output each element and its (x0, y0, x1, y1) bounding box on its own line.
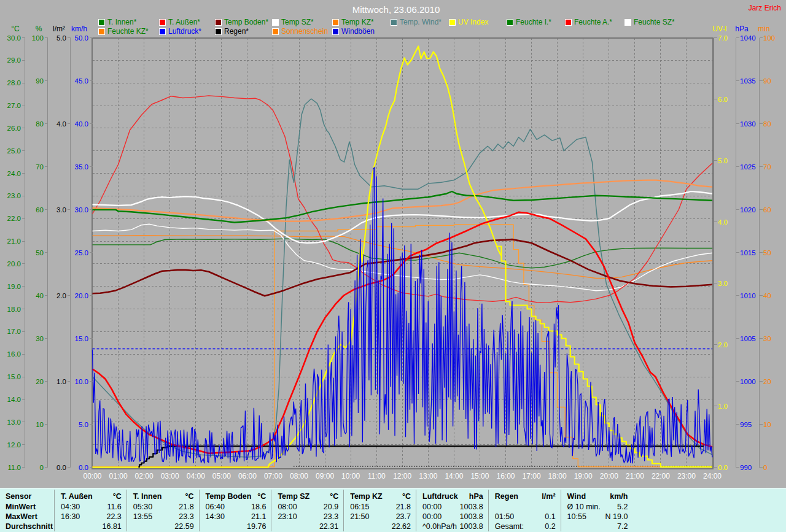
svg-text:0: 0 (40, 464, 44, 471)
svg-text:50: 50 (763, 249, 771, 256)
svg-text:3.0: 3.0 (56, 206, 66, 214)
svg-text:7.0: 7.0 (718, 34, 728, 42)
svg-text:20:00: 20:00 (600, 472, 618, 480)
svg-text:15.0: 15.0 (75, 335, 88, 342)
svg-text:16.0: 16.0 (7, 350, 21, 358)
svg-text:T. Außen*: T. Außen* (168, 18, 200, 26)
svg-text:Temp KZ*: Temp KZ* (341, 18, 374, 26)
svg-text:995: 995 (740, 421, 752, 428)
svg-text:16:00: 16:00 (496, 472, 515, 480)
svg-text:01:00: 01:00 (109, 472, 128, 480)
svg-text:09:00: 09:00 (316, 472, 334, 480)
svg-text:14.0: 14.0 (7, 396, 21, 403)
svg-text:1005: 1005 (740, 335, 756, 342)
svg-text:40: 40 (763, 292, 771, 299)
svg-text:10: 10 (763, 421, 771, 428)
svg-text:17:00: 17:00 (523, 472, 541, 480)
svg-text:Jarz Erich: Jarz Erich (749, 4, 781, 12)
svg-text:15:00: 15:00 (470, 472, 489, 480)
svg-text:5.0: 5.0 (718, 157, 728, 164)
svg-text:0.0: 0.0 (79, 464, 88, 471)
svg-text:1.0: 1.0 (718, 403, 728, 410)
svg-text:15.0: 15.0 (7, 373, 21, 380)
svg-text:22:00: 22:00 (652, 472, 670, 480)
svg-text:1015: 1015 (740, 249, 756, 256)
svg-text:Feuchte KZ*: Feuchte KZ* (107, 27, 149, 36)
svg-text:19:00: 19:00 (574, 472, 593, 480)
svg-text:Feuchte A.*: Feuchte A.* (574, 18, 612, 26)
svg-text:6.0: 6.0 (718, 96, 728, 103)
svg-text:10.0: 10.0 (75, 378, 88, 385)
svg-text:0.0: 0.0 (718, 464, 728, 471)
svg-text:T. Innen*: T. Innen* (107, 18, 137, 26)
svg-text:UV Index: UV Index (458, 18, 488, 26)
svg-text:Windböen: Windböen (341, 27, 375, 36)
svg-text:10: 10 (36, 421, 44, 428)
svg-text:100: 100 (763, 34, 775, 42)
svg-text:18:00: 18:00 (548, 472, 567, 480)
svg-text:20.0: 20.0 (7, 260, 21, 268)
svg-text:35.0: 35.0 (75, 163, 88, 171)
svg-text:°C: °C (11, 25, 20, 33)
svg-text:25.0: 25.0 (75, 249, 88, 256)
svg-text:21.0: 21.0 (7, 237, 21, 245)
svg-text:60: 60 (36, 206, 44, 214)
svg-text:23:00: 23:00 (677, 472, 696, 480)
svg-text:45.0: 45.0 (75, 77, 88, 85)
svg-text:80: 80 (36, 120, 44, 128)
svg-text:11.0: 11.0 (7, 464, 21, 471)
svg-text:40: 40 (36, 292, 44, 299)
svg-text:hPa: hPa (735, 25, 749, 33)
svg-text:19.0: 19.0 (7, 283, 21, 290)
svg-text:11:00: 11:00 (368, 472, 386, 480)
svg-text:12.0: 12.0 (7, 441, 21, 449)
svg-text:27.0: 27.0 (7, 102, 21, 109)
svg-text:%: % (36, 25, 42, 33)
svg-text:1020: 1020 (740, 206, 756, 214)
svg-text:28.0: 28.0 (7, 79, 21, 87)
svg-text:30.0: 30.0 (7, 34, 21, 42)
svg-text:1030: 1030 (740, 120, 756, 128)
svg-text:0.0: 0.0 (56, 464, 66, 471)
svg-text:4.0: 4.0 (718, 218, 728, 226)
svg-text:12:00: 12:00 (393, 472, 411, 480)
svg-text:l/m²: l/m² (53, 25, 65, 33)
svg-text:08:00: 08:00 (290, 472, 308, 480)
svg-text:5.0: 5.0 (56, 34, 66, 42)
svg-text:1.0: 1.0 (56, 378, 66, 385)
svg-text:10:00: 10:00 (341, 472, 360, 480)
svg-text:80: 80 (763, 120, 771, 128)
svg-text:Regen*: Regen* (224, 27, 249, 36)
svg-text:40.0: 40.0 (75, 120, 88, 128)
svg-text:1000: 1000 (740, 378, 756, 385)
svg-text:20.0: 20.0 (75, 292, 88, 299)
svg-text:5.0: 5.0 (79, 421, 88, 428)
svg-text:17.0: 17.0 (7, 328, 21, 335)
svg-text:29.0: 29.0 (7, 56, 21, 64)
svg-text:Mittwoch, 23.06.2010: Mittwoch, 23.06.2010 (352, 4, 440, 15)
svg-text:3.0: 3.0 (718, 280, 728, 287)
svg-text:13.0: 13.0 (7, 418, 21, 426)
svg-text:30: 30 (763, 335, 771, 342)
svg-text:990: 990 (740, 464, 752, 471)
svg-text:30: 30 (36, 335, 44, 342)
svg-text:05:00: 05:00 (212, 472, 231, 480)
svg-text:Feuchte I.*: Feuchte I.* (516, 18, 551, 26)
svg-text:13:00: 13:00 (419, 472, 437, 480)
svg-text:0: 0 (763, 464, 767, 471)
svg-text:30.0: 30.0 (75, 206, 88, 214)
svg-text:21:00: 21:00 (626, 472, 644, 480)
svg-text:70: 70 (36, 163, 44, 171)
svg-text:1010: 1010 (740, 292, 756, 299)
svg-text:Temp SZ*: Temp SZ* (281, 18, 314, 26)
svg-text:Temp. Wind*: Temp. Wind* (400, 18, 442, 26)
svg-text:04:00: 04:00 (187, 472, 205, 480)
svg-text:UV-I: UV-I (712, 25, 726, 33)
svg-text:50.0: 50.0 (75, 34, 88, 42)
svg-text:1025: 1025 (740, 163, 756, 171)
svg-text:70: 70 (763, 163, 771, 171)
svg-text:06:00: 06:00 (238, 472, 257, 480)
svg-text:03:00: 03:00 (161, 472, 179, 480)
svg-text:26.0: 26.0 (7, 125, 21, 132)
svg-text:07:00: 07:00 (264, 472, 282, 480)
